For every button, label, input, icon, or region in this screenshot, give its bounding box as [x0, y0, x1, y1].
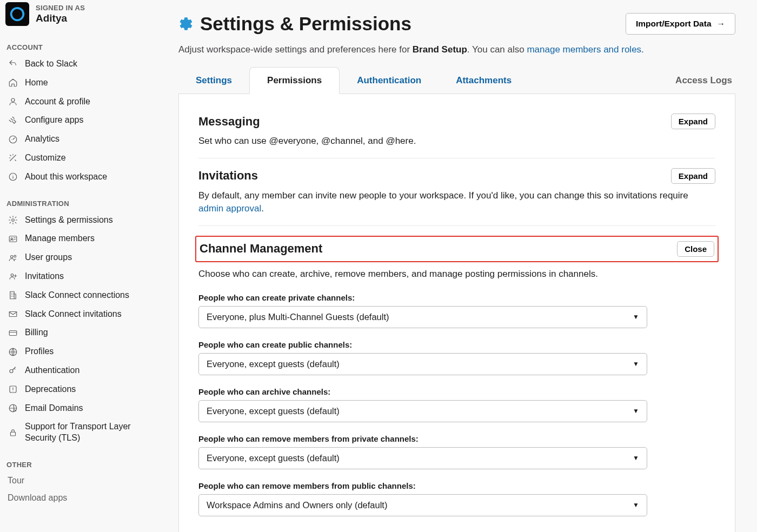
select-value: Everyone, plus Multi-Channel Guests (def…	[207, 312, 389, 322]
tab-permissions[interactable]: Permissions	[249, 67, 340, 94]
select-value: Workspace Admins and Owners only (defaul…	[207, 500, 387, 510]
channel-field-select[interactable]: Workspace Admins and Owners only (defaul…	[198, 494, 647, 516]
sidebar-item-user-groups[interactable]: User groups	[5, 248, 157, 267]
admin-approval-link[interactable]: admin approval	[198, 203, 261, 214]
avatar	[5, 2, 29, 26]
tab-settings[interactable]: Settings	[178, 68, 249, 94]
channel-field-select[interactable]: Everyone, except guests (default)▼	[198, 400, 647, 422]
sidebar-item-label: Billing	[25, 327, 48, 338]
sidebar-item-label: Slack Connect connections	[25, 290, 129, 301]
invitations-desc-post: .	[261, 203, 264, 214]
gear-icon	[178, 16, 194, 31]
svg-point-3	[12, 219, 15, 222]
sidebar-item-download-apps[interactable]: Download apps	[5, 489, 157, 507]
sidebar-item-slack-connect-invitations[interactable]: Slack Connect invitations	[5, 305, 157, 324]
tabs: Settings Permissions Authentication Atta…	[178, 67, 735, 94]
channel-field: People who can remove members from publi…	[198, 481, 715, 516]
sidebar-item-profiles[interactable]: Profiles	[5, 342, 157, 361]
sidebar-item-home[interactable]: Home	[5, 74, 157, 92]
chevron-down-icon: ▼	[633, 407, 639, 415]
sidebar-item-label: Email Domains	[25, 403, 83, 414]
channel-field-select[interactable]: Everyone, except guests (default)▼	[198, 353, 647, 375]
gear-icon	[8, 215, 18, 225]
sidebar-item-billing[interactable]: Billing	[5, 323, 157, 342]
channel-title: Channel Management	[200, 242, 322, 256]
sidebar-item-label: Home	[25, 77, 48, 89]
invitations-title: Invitations	[198, 169, 258, 183]
page-title: Settings & Permissions	[200, 13, 411, 35]
page-subtitle: Adjust workspace-wide settings and prefe…	[178, 44, 735, 55]
svg-point-0	[11, 98, 15, 102]
sidebar-item-authentication[interactable]: Authentication	[5, 361, 157, 380]
channel-field-select[interactable]: Everyone, plus Multi-Channel Guests (def…	[198, 306, 647, 328]
sidebar-item-settings-permissions[interactable]: Settings & permissions	[5, 211, 157, 230]
svg-rect-10	[9, 311, 17, 316]
gauge-icon	[8, 134, 18, 145]
section-invitations: Invitations Expand By default, any membe…	[198, 158, 715, 225]
sidebar-item-analytics[interactable]: Analytics	[5, 130, 157, 149]
id-card-icon	[8, 234, 18, 244]
sidebar-item-tour[interactable]: Tour	[5, 472, 157, 489]
channel-field: People who can create public channels:Ev…	[198, 340, 715, 375]
select-value: Everyone, except guests (default)	[207, 453, 340, 463]
section-label-account: ACCOUNT	[5, 30, 157, 55]
select-value: Everyone, except guests (default)	[207, 359, 340, 369]
tab-attachments[interactable]: Attachments	[439, 68, 529, 94]
chevron-down-icon: ▼	[633, 501, 639, 509]
tab-authentication[interactable]: Authentication	[340, 68, 439, 94]
invitations-desc-pre: By default, any member can invite new pe…	[198, 190, 688, 201]
section-messaging: Messaging Expand Set who can use @everyo…	[198, 110, 715, 158]
sidebar-item-label: Analytics	[25, 134, 59, 145]
sidebar-item-label: Invitations	[25, 271, 64, 282]
messaging-title: Messaging	[198, 115, 260, 129]
select-value: Everyone, except guests (default)	[207, 406, 340, 416]
subtitle-pre: Adjust workspace-wide settings and prefe…	[178, 44, 413, 55]
sidebar-item-about-workspace[interactable]: About this workspace	[5, 168, 157, 187]
sidebar-item-invitations[interactable]: Invitations	[5, 267, 157, 286]
sidebar-item-label: Account & profile	[25, 96, 90, 108]
svg-rect-4	[9, 236, 17, 242]
manage-members-link[interactable]: manage members and roles	[527, 44, 641, 55]
user-icon	[8, 96, 18, 107]
invitations-expand-button[interactable]: Expand	[671, 168, 715, 184]
section-label-admin: ADMINISTRATION	[5, 187, 157, 211]
sidebar-item-label: User groups	[25, 252, 72, 263]
channel-field-label: People who can create private channels:	[198, 293, 715, 302]
wand-icon	[8, 152, 18, 163]
channel-close-button[interactable]: Close	[677, 241, 714, 257]
arrow-back-icon	[8, 58, 18, 69]
messaging-expand-button[interactable]: Expand	[671, 114, 715, 129]
messaging-desc: Set who can use @everyone, @channel, and…	[198, 135, 715, 148]
section-channel-management: Channel Management Close Choose who can …	[198, 225, 715, 526]
sidebar-item-back-to-slack[interactable]: Back to Slack	[5, 55, 157, 74]
sidebar-item-label: Customize	[25, 152, 66, 164]
sidebar-item-label: About this workspace	[25, 171, 107, 183]
sidebar: SIGNED IN AS Aditya ACCOUNT Back to Slac…	[0, 0, 157, 532]
sidebar-item-email-domains[interactable]: Email Domains	[5, 399, 157, 418]
import-export-label: Import/Export Data	[636, 19, 712, 29]
header-row: Settings & Permissions Import/Export Dat…	[178, 13, 735, 35]
svg-rect-16	[11, 432, 16, 436]
lock-icon	[8, 427, 18, 438]
sidebar-item-deprecations[interactable]: Deprecations	[5, 380, 157, 399]
sidebar-item-account-profile[interactable]: Account & profile	[5, 92, 157, 111]
sidebar-item-configure-apps[interactable]: Configure apps	[5, 111, 157, 130]
subtitle-end: .	[641, 44, 644, 55]
tab-access-logs[interactable]: Access Logs	[672, 68, 735, 94]
svg-rect-9	[10, 291, 15, 299]
avatar-icon	[9, 6, 25, 22]
sidebar-item-manage-members[interactable]: Manage members	[5, 229, 157, 248]
sidebar-item-label: Settings & permissions	[25, 215, 113, 226]
sidebar-item-slack-connect-connections[interactable]: Slack Connect connections	[5, 286, 157, 305]
sidebar-item-tls[interactable]: Support for Transport Layer Security (TL…	[5, 417, 157, 448]
channel-field-select[interactable]: Everyone, except guests (default)▼	[198, 447, 647, 469]
arrow-right-icon: →	[717, 19, 726, 29]
svg-rect-11	[9, 330, 17, 335]
sidebar-item-customize[interactable]: Customize	[5, 149, 157, 168]
import-export-button[interactable]: Import/Export Data →	[626, 13, 735, 35]
svg-point-7	[14, 255, 16, 257]
svg-point-6	[11, 255, 14, 258]
chevron-down-icon: ▼	[633, 454, 639, 462]
globe-email-icon	[8, 403, 18, 414]
sidebar-item-label: Slack Connect invitations	[25, 309, 122, 320]
